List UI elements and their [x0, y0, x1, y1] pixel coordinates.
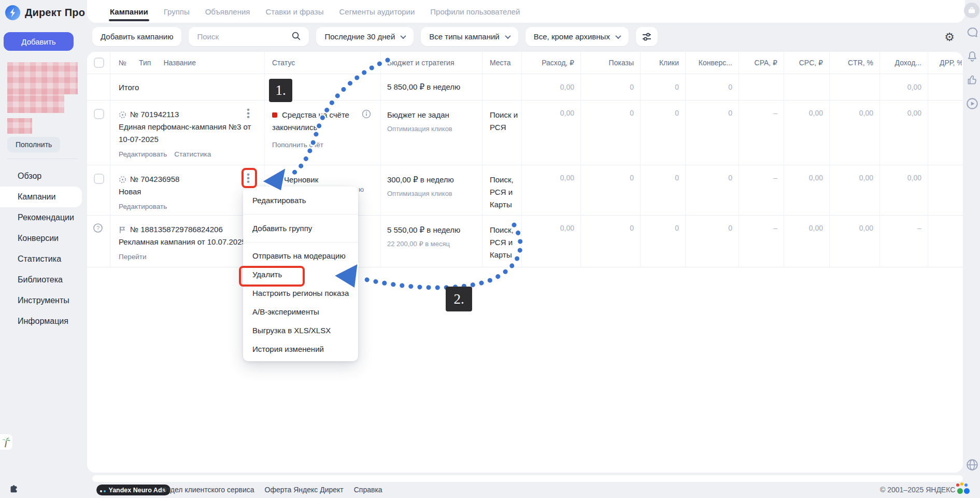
archive-filter-dropdown[interactable]: Все, кроме архивных: [525, 27, 629, 46]
topup-button[interactable]: Пополнить: [7, 137, 60, 152]
totals-budget: 5 850,00 ₽ в неделю: [380, 74, 482, 100]
campaign-name[interactable]: Новая: [119, 186, 264, 198]
menu-item-ab-experiments[interactable]: A/B-эксперименты: [243, 302, 358, 321]
briefcase-icon[interactable]: [964, 3, 979, 18]
sidebar-item-statistics[interactable]: Статистика: [0, 249, 87, 269]
sidebar-item-conversions[interactable]: Конверсии: [0, 228, 87, 249]
totals-cpc: [784, 74, 829, 100]
date-range-dropdown[interactable]: Последние 30 дней: [316, 27, 414, 46]
menu-item-edit[interactable]: Редактировать: [243, 187, 358, 214]
chevron-down-icon: [505, 33, 510, 38]
filters-button[interactable]: [636, 27, 658, 46]
col-header-budget[interactable]: Бюджет и стратегия: [380, 52, 482, 74]
redacted-user-info: [7, 94, 64, 113]
sidebar-item-tools[interactable]: Инструменты: [0, 290, 87, 311]
yandex-direct-logo-icon[interactable]: [5, 5, 20, 20]
sidebar-item-campaigns[interactable]: Кампании: [0, 187, 87, 207]
edit-link[interactable]: Редактировать: [119, 201, 167, 213]
menu-item-add-group[interactable]: Добавить группу: [243, 215, 358, 242]
tab-ads[interactable]: Объявления: [204, 1, 251, 22]
top-tabs: Кампании Группы Объявления Ставки и фраз…: [109, 0, 521, 23]
col-header-status[interactable]: Статус: [264, 52, 380, 74]
tab-bids-phrases[interactable]: Ставки и фразы: [264, 1, 324, 22]
footer-link-client-service[interactable]: Отдел клиентского сервиса: [162, 486, 254, 494]
footer-link-help[interactable]: Справка: [354, 486, 382, 494]
sidebar-item-overview[interactable]: Обзор: [0, 166, 87, 187]
app-root: Директ Про Кампании Группы Объявления Ст…: [0, 0, 980, 498]
sidebar-menu: Обзор Кампании Рекомендации Конверсии Ст…: [0, 166, 87, 332]
table-row: № 701942113 Единая перфоманс-кампания №3…: [87, 101, 963, 165]
table-row: № 704236958 Новая Редактировать ••• Черн…: [87, 165, 963, 216]
col-header-conversions[interactable]: Конверс...: [685, 52, 738, 74]
campaign-status: Черновик: [272, 174, 380, 186]
add-campaign-button[interactable]: Добавить кампанию: [92, 27, 181, 46]
sidebar-item-library[interactable]: Библиотека: [0, 269, 87, 290]
col-header-ctr[interactable]: CTR, %: [829, 52, 879, 74]
search-icon[interactable]: [291, 31, 301, 42]
help-icon[interactable]: ?: [93, 223, 110, 235]
totals-spend: 0,00: [521, 74, 580, 100]
campaign-number[interactable]: № 1881358729786824206: [130, 223, 223, 236]
sidebar-item-recommendations[interactable]: Рекомендации: [0, 207, 87, 228]
sidebar: Добавить Пополнить Обзор Кампании Рекоме…: [0, 0, 87, 498]
tab-audience-segments[interactable]: Сегменты аудитории: [338, 1, 416, 22]
statistics-link[interactable]: Статистика: [174, 148, 211, 161]
campaign-type-dropdown[interactable]: Все типы кампаний: [421, 27, 518, 46]
row-checkbox[interactable]: [94, 109, 104, 119]
puzzle-icon[interactable]: [8, 482, 20, 495]
col-header-spend[interactable]: Расход, ₽: [521, 52, 580, 74]
flag-icon: [119, 226, 126, 234]
metric-ctr: 0,00: [829, 165, 879, 215]
globe-icon[interactable]: [965, 458, 979, 472]
footer-link-offer[interactable]: Оферта Яндекс Директ: [265, 486, 344, 494]
thumb-up-icon[interactable]: [965, 73, 979, 87]
sliders-icon: [641, 31, 652, 42]
chat-icon[interactable]: [965, 26, 979, 39]
col-header-impressions[interactable]: Показы: [580, 52, 640, 74]
bell-icon[interactable]: [965, 50, 979, 63]
metric-cpa: –: [738, 216, 784, 267]
tab-user-profiles[interactable]: Профили пользователей: [429, 1, 521, 22]
totals-conversions: 0: [685, 74, 738, 100]
col-header-clicks[interactable]: Клики: [640, 52, 685, 74]
tab-groups[interactable]: Группы: [163, 1, 191, 22]
footer-links: Отдел клиентского сервиса Оферта Яндекс …: [162, 486, 382, 494]
neuro-ads-badge[interactable]: Yandex Neuro Ads: [96, 485, 171, 495]
plant-widget[interactable]: [0, 434, 12, 450]
info-icon[interactable]: [362, 109, 371, 122]
sidebar-item-information[interactable]: Информация: [0, 311, 87, 332]
campaign-number[interactable]: № 701942113: [130, 108, 179, 121]
topup-account-link[interactable]: Пополнить счёт: [272, 139, 380, 151]
settings-gear-icon[interactable]: ⚙: [942, 30, 957, 45]
edit-link[interactable]: Редактировать: [119, 148, 167, 161]
horizontal-scrollbar[interactable]: [92, 475, 963, 482]
metric-cpa: –: [738, 101, 784, 165]
row-checkbox[interactable]: [94, 174, 104, 184]
campaign-strategy: Оптимизация кликов: [387, 123, 482, 135]
add-button[interactable]: Добавить: [4, 32, 74, 51]
menu-item-export-xls[interactable]: Выгрузка в XLS/XLSX: [243, 321, 358, 339]
campaign-name[interactable]: Единая перфоманс-кампания №3 от 10-07-20…: [119, 121, 264, 146]
campaign-name[interactable]: Рекламная кампания от 10.07.2025: [119, 236, 264, 248]
col-header-cpc[interactable]: CPC, ₽: [784, 52, 829, 74]
table-row: ? № 1881358729786824206 Рекламная кампан…: [87, 216, 963, 267]
menu-item-change-history[interactable]: История изменений: [243, 339, 358, 358]
col-header-revenue[interactable]: Доход...: [879, 52, 928, 74]
metric-clicks: 0: [640, 165, 685, 215]
go-to-link[interactable]: Перейти: [119, 251, 147, 263]
col-header-number[interactable]: №ТипНазвание: [110, 52, 264, 74]
col-header-places[interactable]: Места: [482, 52, 521, 74]
metric-cpc: 0,00: [784, 216, 829, 267]
metric-drr: [928, 216, 962, 267]
col-header-cpa[interactable]: CPA, ₽: [738, 52, 784, 74]
campaign-strategy: Оптимизация кликов: [387, 188, 482, 200]
select-all-checkbox[interactable]: [94, 58, 104, 68]
totals-impressions: 0: [580, 74, 640, 100]
play-circle-icon[interactable]: [965, 97, 979, 110]
search-input[interactable]: Поиск: [189, 27, 309, 46]
campaign-number[interactable]: № 704236958: [130, 173, 179, 186]
tab-campaigns[interactable]: Кампании: [109, 1, 149, 22]
col-header-drr[interactable]: ДРР, %: [928, 52, 962, 74]
menu-item-send-to-moderation[interactable]: Отправить на модерацию: [243, 246, 358, 265]
row-menu-kebab-icon[interactable]: •••: [244, 107, 253, 122]
